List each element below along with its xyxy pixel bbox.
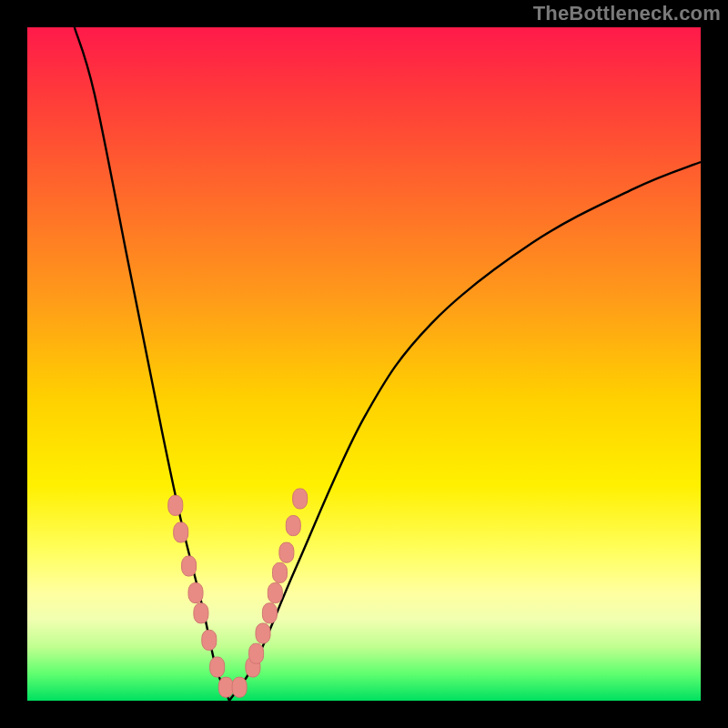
data-marker	[188, 583, 203, 603]
data-marker	[256, 623, 270, 643]
data-marker	[293, 489, 308, 509]
data-marker	[249, 643, 264, 663]
curve-right-branch	[229, 162, 701, 701]
watermark-text: TheBottleneck.com	[533, 2, 721, 25]
data-marker	[262, 603, 277, 623]
chart-frame: TheBottleneck.com	[0, 0, 728, 728]
marker-cluster	[168, 489, 308, 697]
data-marker	[218, 677, 233, 697]
data-marker	[273, 562, 288, 582]
data-marker	[210, 657, 225, 677]
data-marker	[174, 522, 188, 542]
curve-left-branch	[75, 27, 229, 701]
data-marker	[286, 516, 300, 536]
data-marker	[232, 677, 247, 697]
data-marker	[202, 630, 217, 650]
data-marker	[168, 495, 183, 515]
curve-layer	[27, 27, 701, 701]
plot-area	[27, 27, 701, 701]
data-marker	[182, 556, 197, 576]
data-marker	[194, 603, 208, 623]
data-marker	[279, 542, 294, 562]
data-marker	[268, 583, 282, 603]
